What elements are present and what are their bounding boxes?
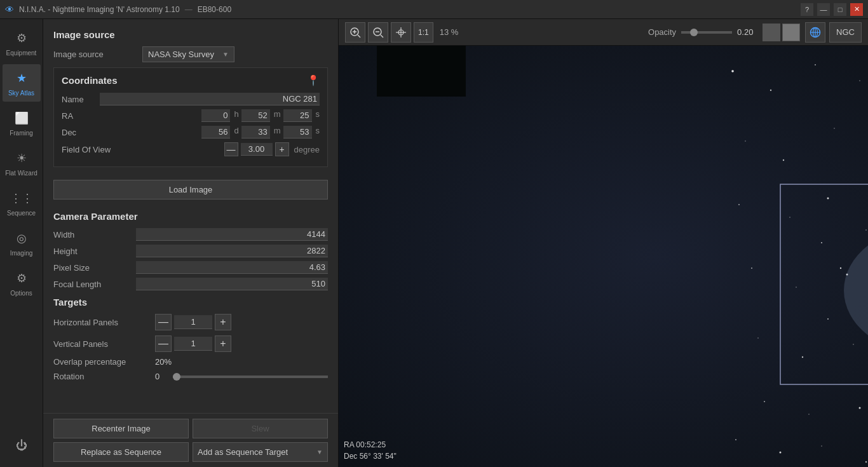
- sidebar-label-sky-atlas: Sky Atlas: [8, 90, 34, 97]
- vertical-value-input[interactable]: [174, 337, 212, 351]
- image-source-dropdown[interactable]: NASA Sky Survey ▼: [142, 46, 234, 62]
- fov-label: Field Of View: [62, 145, 138, 154]
- rotation-label: Rotation: [53, 372, 155, 381]
- vertical-panels-stepper: — +: [155, 335, 231, 352]
- panel-scroll[interactable]: Image source Image source NASA Sky Surve…: [43, 19, 338, 413]
- sidebar-item-flat-wizard[interactable]: ☀ Flat Wizard: [3, 144, 41, 182]
- close-button[interactable]: ✕: [850, 3, 863, 16]
- svg-point-85: [865, 229, 867, 231]
- svg-point-34: [789, 217, 790, 218]
- dec-seconds-input[interactable]: [283, 126, 312, 139]
- ra-values: h m s: [100, 109, 320, 122]
- replace-sequence-button[interactable]: Replace as Sequence: [53, 442, 189, 462]
- zoom-out-button[interactable]: [368, 22, 388, 43]
- fov-controls: — + degree: [224, 142, 320, 156]
- focal-length-input[interactable]: [136, 278, 328, 290]
- equipment-icon: ⚙: [13, 29, 31, 47]
- sidebar-item-sequence[interactable]: ⋮⋮ Sequence: [3, 184, 41, 222]
- dec-m-unit: m: [274, 126, 281, 139]
- add-sequence-target-button[interactable]: Add as Sequence Target ▼: [193, 442, 328, 462]
- app-subtitle: EB80-600: [198, 5, 231, 14]
- fov-decrease-button[interactable]: —: [224, 142, 238, 156]
- opacity-slider[interactable]: [681, 31, 732, 34]
- maximize-button[interactable]: □: [834, 3, 846, 16]
- horizontal-increase-button[interactable]: +: [215, 314, 231, 330]
- app-separator: —: [185, 5, 193, 14]
- flat-wizard-icon: ☀: [13, 149, 31, 167]
- svg-point-84: [821, 242, 822, 243]
- svg-point-70: [780, 452, 782, 454]
- opacity-prev-button[interactable]: [763, 24, 780, 41]
- focal-length-row: Focal Length: [53, 278, 328, 290]
- name-values: [100, 93, 320, 105]
- recenter-image-button[interactable]: Recenter Image: [53, 419, 189, 438]
- vertical-increase-button[interactable]: +: [215, 335, 231, 352]
- pixel-size-row: Pixel Size: [53, 261, 328, 274]
- opacity-label: Opacity: [648, 27, 676, 37]
- sidebar-item-sky-atlas[interactable]: ★ Sky Atlas: [3, 64, 41, 102]
- sidebar-item-options[interactable]: ⚙ Options: [3, 264, 41, 302]
- star-field[interactable]: RA 00:52:25 Dec 56° 33' 54": [339, 46, 868, 467]
- fov-increase-button[interactable]: +: [275, 142, 289, 156]
- sequence-icon: ⋮⋮: [13, 189, 31, 207]
- sky-atlas-icon: ★: [13, 69, 31, 87]
- focal-length-label: Focal Length: [53, 280, 136, 289]
- coord-title: Coordinates: [62, 75, 118, 86]
- horizontal-value-input[interactable]: [174, 315, 212, 329]
- framing-icon: ⬜: [13, 109, 31, 127]
- opacity-buttons: [763, 24, 800, 41]
- svg-point-16: [815, 64, 816, 65]
- ra-minutes-input[interactable]: [241, 109, 270, 122]
- crosshair-button[interactable]: [391, 22, 411, 43]
- sidebar-label-equipment: Equipment: [6, 50, 37, 57]
- dec-degrees-input[interactable]: [201, 126, 230, 139]
- overlap-label: Overlap percentage: [53, 357, 155, 367]
- power-icon: ⏻: [13, 437, 31, 454]
- zoom-in-button[interactable]: [345, 22, 365, 43]
- vertical-decrease-button[interactable]: —: [155, 335, 172, 352]
- ra-label: RA: [62, 111, 100, 121]
- overlap-row: Overlap percentage 20%: [53, 357, 328, 367]
- ra-row: RA h m s: [62, 109, 320, 122]
- sidebar-item-equipment[interactable]: ⚙ Equipment: [3, 24, 41, 62]
- svg-point-35: [827, 198, 829, 200]
- dec-minutes-input[interactable]: [241, 126, 270, 139]
- imaging-icon: ◎: [13, 229, 31, 247]
- horizontal-decrease-button[interactable]: —: [155, 314, 172, 330]
- location-icon[interactable]: 📍: [307, 74, 320, 86]
- slew-button[interactable]: Slew: [193, 419, 328, 438]
- sidebar-item-framing[interactable]: ⬜ Framing: [3, 104, 41, 142]
- sidebar-power-button[interactable]: ⏻: [3, 431, 41, 459]
- bottom-row1: Recenter Image Slew: [53, 419, 328, 438]
- horizontal-panels-label: Horizontal Panels: [53, 318, 155, 327]
- zoom-1-1-button[interactable]: 1:1: [414, 22, 433, 43]
- minimize-button[interactable]: —: [817, 3, 830, 16]
- globe-button[interactable]: [805, 22, 825, 43]
- width-input[interactable]: [136, 228, 328, 241]
- ngc-button[interactable]: NGC: [829, 22, 862, 43]
- load-image-button[interactable]: Load Image: [53, 180, 328, 200]
- sidebar-item-imaging[interactable]: ◎ Imaging: [3, 224, 41, 262]
- pixel-size-label: Pixel Size: [53, 263, 136, 273]
- ra-seconds-input[interactable]: [283, 109, 312, 122]
- opacity-next-button[interactable]: [782, 24, 800, 41]
- name-input[interactable]: [100, 93, 320, 105]
- pixel-size-input[interactable]: [136, 261, 328, 274]
- svg-point-52: [802, 356, 803, 358]
- svg-point-72: [865, 461, 867, 463]
- sidebar-label-imaging: Imaging: [10, 250, 33, 257]
- help-button[interactable]: ?: [801, 3, 813, 16]
- svg-point-25: [783, 159, 784, 161]
- image-source-selected: NASA Sky Survey: [148, 50, 214, 59]
- svg-point-69: [735, 439, 736, 440]
- camera-parameter-title: Camera Parameter: [53, 211, 328, 222]
- rotation-slider[interactable]: [173, 376, 328, 378]
- dec-d-unit: d: [234, 126, 238, 139]
- image-source-title: Image source: [53, 29, 328, 40]
- height-input[interactable]: [136, 245, 328, 257]
- image-source-label: Image source: [53, 50, 142, 59]
- coords-overlay: RA 00:52:25 Dec 56° 33' 54": [344, 439, 397, 462]
- fov-value-input[interactable]: [241, 143, 273, 156]
- ra-m-unit: m: [274, 109, 281, 122]
- ra-hours-input[interactable]: [201, 109, 230, 122]
